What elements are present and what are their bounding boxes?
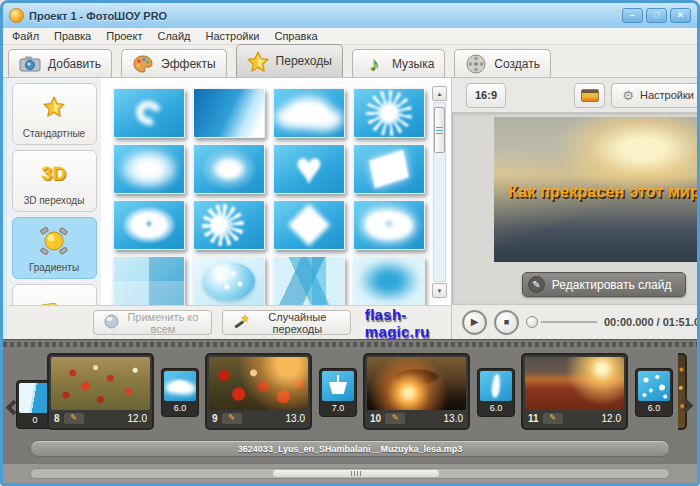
random-transitions-button[interactable]: Случайные переходы — [222, 310, 351, 335]
timeline: 0 8✎12.06.09✎13.07.010✎13.06.011✎12.06.0… — [3, 339, 697, 463]
transition-thumb-feather — [480, 371, 512, 401]
menu-item[interactable]: Правка — [54, 31, 91, 42]
maximize-button[interactable]: □ — [646, 8, 667, 23]
edit-slide-icon-button[interactable]: ✎ — [64, 413, 84, 424]
slide-photo-poppy-meadow — [525, 357, 624, 410]
transition-thumb-spiral[interactable] — [113, 88, 185, 138]
menu-item[interactable]: Настройки — [206, 31, 260, 42]
scrollbar-thumb[interactable] — [434, 107, 445, 153]
timeline-transition[interactable]: 6.0 — [477, 368, 515, 417]
timeline-scrollbar-area — [3, 463, 697, 483]
sidebar-item-star[interactable]: Стандартные — [12, 83, 97, 145]
transition-thumb-spiked-arc[interactable] — [193, 200, 265, 250]
transition-thumb-swirl-oval[interactable] — [193, 144, 265, 194]
tab-music-note[interactable]: ♪Музыка — [352, 49, 445, 77]
star-icon — [43, 84, 65, 129]
playback-bar: ▶ ■ 00:00.000 / 01:51.000 — [452, 304, 700, 339]
scrollbar-grip-icon — [354, 471, 355, 476]
arrows-glyph: + — [385, 217, 392, 231]
slide-photo-sunset-poppies — [209, 357, 308, 410]
transition-thumb-soft-glow[interactable] — [113, 144, 185, 194]
transition-thumb-tilted-square[interactable] — [353, 144, 425, 194]
sidebar-item-notes-pin[interactable] — [12, 284, 97, 305]
transition-thumb-diagonal-wipe[interactable] — [193, 88, 265, 138]
transition-shape — [114, 256, 184, 305]
sphere-icon — [104, 314, 119, 331]
scroll-up-button[interactable]: ▲ — [432, 86, 447, 101]
audio-track-name: 3624033_Lyus_en_SHambalani__Muzuyka_lesa… — [238, 444, 462, 454]
image-icon — [581, 89, 599, 102]
sidebar-item-gradient-sphere[interactable]: Градиенты — [12, 217, 97, 279]
timeline-slide[interactable]: 9✎13.0 — [205, 353, 312, 430]
seek-slider-track[interactable] — [541, 321, 597, 323]
transition-shape — [120, 149, 178, 189]
apply-to-all-label: Применить ко всем — [125, 311, 201, 335]
preview-panel: 16:9 ⚙ Настройки проекта Как прекрасен э… — [451, 78, 700, 339]
edit-slide-button[interactable]: ✎ Редактировать слайд — [522, 272, 687, 297]
background-image-button[interactable] — [574, 83, 605, 108]
slide-preview-image: Как прекрасен этот мир — [494, 117, 700, 262]
transition-thumb-starburst[interactable] — [353, 88, 425, 138]
slide-caption: Как прекрасен этот мир — [494, 183, 700, 201]
edit-slide-icon-button[interactable]: ✎ — [222, 413, 242, 424]
scroll-down-button[interactable]: ▼ — [432, 283, 447, 298]
transition-thumb-fuzzy-burst[interactable] — [353, 256, 425, 305]
aspect-ratio-button[interactable]: 16:9 — [466, 83, 506, 108]
close-button[interactable]: × — [670, 8, 691, 23]
tab-palette[interactable]: Эффекты — [121, 49, 227, 77]
menu-item[interactable]: Проект — [106, 31, 142, 42]
timeline-transition[interactable]: 6.0 — [161, 368, 199, 417]
gear-icon: ⚙ — [622, 89, 634, 102]
transition-thumb-oval-arrows[interactable]: + — [113, 200, 185, 250]
timeline-slide[interactable]: 10✎13.0 — [363, 353, 470, 430]
sidebar-item-3d[interactable]: 3D3D переходы — [12, 150, 97, 212]
transition-thumb-cloud[interactable] — [273, 88, 345, 138]
scrollbar-track[interactable] — [433, 102, 446, 282]
sidebar-item-label: Градиенты — [29, 263, 79, 273]
main-area: Стандартные3D3D переходыГрадиенты ♥++ ▲ … — [3, 78, 697, 339]
timeline-transition[interactable]: 7.0 — [319, 368, 357, 417]
grid-scrollbar[interactable]: ▲ ▼ — [432, 86, 447, 298]
scrollbar-grip-icon — [436, 127, 443, 134]
timeline-scrollbar[interactable] — [30, 468, 670, 479]
seek-slider-knob[interactable] — [526, 316, 538, 328]
timeline-slide[interactable]: 8✎12.0 — [47, 353, 154, 430]
menu-item[interactable]: Слайд — [157, 31, 190, 42]
menu-item[interactable]: Справка — [274, 31, 317, 42]
transition-thumb-quadrants[interactable] — [113, 256, 185, 305]
apply-to-all-button[interactable]: Применить ко всем — [93, 310, 212, 335]
transition-shape — [366, 90, 412, 136]
play-button[interactable]: ▶ — [462, 310, 487, 335]
transition-shape — [203, 262, 255, 300]
audio-track[interactable]: 3624033_Lyus_en_SHambalani__Muzuyka_lesa… — [30, 440, 670, 457]
transition-thumb-splat-arrows[interactable]: + — [353, 200, 425, 250]
shape-core — [207, 266, 251, 296]
tab-star[interactable]: Переходы — [236, 44, 343, 77]
menu-item[interactable]: Файл — [12, 31, 39, 42]
tab-film-reel[interactable]: Создать — [454, 49, 551, 77]
project-settings-label: Настройки проекта — [640, 89, 700, 101]
transition-duration: 6.0 — [480, 401, 512, 414]
transition-thumb-diamond[interactable] — [273, 200, 345, 250]
scrollbar-grip-icon — [360, 471, 361, 476]
tab-label: Создать — [494, 57, 540, 71]
title-bar[interactable]: Проект 1 - ФотоШОУ PRO – □ × — [3, 3, 697, 28]
project-settings-button[interactable]: ⚙ Настройки проекта — [611, 83, 700, 108]
timeline-transition[interactable]: 6.0 — [635, 368, 673, 417]
transition-thumb-heart[interactable]: ♥ — [273, 144, 345, 194]
transition-thumb-shards[interactable] — [273, 256, 345, 305]
timeline-slide[interactable]: 11✎12.0 — [521, 353, 628, 430]
timeline-scrollbar-thumb[interactable] — [273, 470, 439, 477]
watermark-text: flash-magic.ru — [365, 306, 451, 340]
edit-slide-icon-button[interactable]: ✎ — [543, 413, 563, 424]
edit-slide-icon-button[interactable]: ✎ — [385, 413, 405, 424]
slide-photo-horse-sunset — [367, 357, 466, 410]
transition-shape — [132, 97, 166, 130]
transition-thumb-network-sphere[interactable] — [193, 256, 265, 305]
stop-button[interactable]: ■ — [494, 310, 519, 335]
star-icon — [247, 51, 269, 72]
slide-number: 11 — [528, 413, 539, 424]
minimize-button[interactable]: – — [622, 8, 643, 23]
tab-camera[interactable]: Добавить — [8, 49, 112, 77]
transition-shape: + — [123, 207, 175, 243]
